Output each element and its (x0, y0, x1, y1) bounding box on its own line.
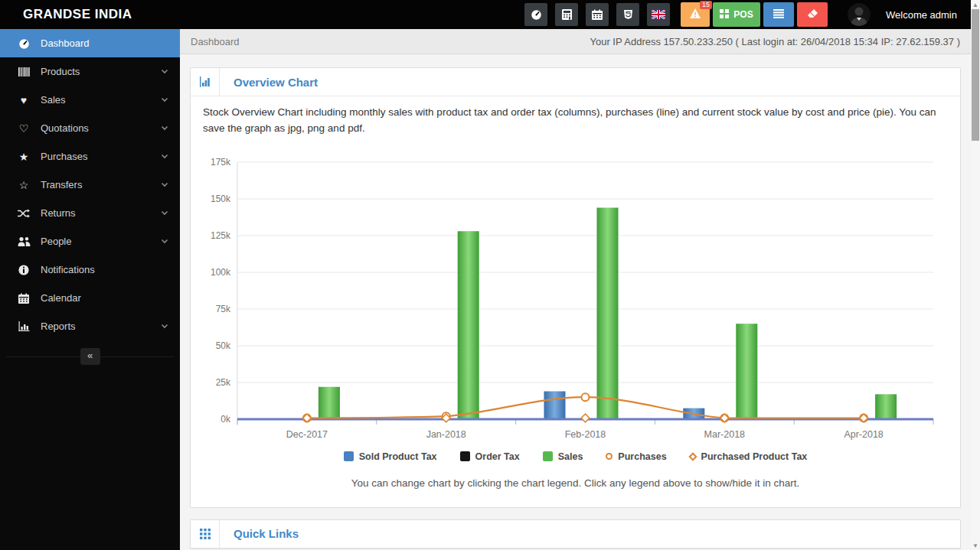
chevron-down-icon (161, 210, 168, 216)
calendar-icon (592, 9, 603, 20)
css3-icon (623, 9, 633, 20)
users-icon (17, 236, 31, 246)
legend-diamond-marker (688, 452, 697, 461)
chart-legend: Sold Product TaxOrder TaxSalesPurchasesP… (191, 451, 960, 462)
scroll-down-arrow[interactable]: ▼ (971, 541, 980, 550)
bar-sold-product-tax-Feb-2018[interactable] (544, 391, 566, 418)
sidebar-item-transfers[interactable]: ☆Transfers (0, 171, 180, 199)
svg-text:150k: 150k (211, 194, 231, 204)
chart-x-labels: Dec-2017Jan-2018Feb-2018Mar-2018Apr-2018 (286, 429, 884, 440)
sidebar-item-label: People (41, 236, 71, 247)
sidebar-item-purchases[interactable]: ★Purchases (0, 142, 180, 171)
sidebar-item-dashboard[interactable]: Dashboard (0, 29, 180, 57)
marker-circle-Feb-2018[interactable] (582, 393, 590, 401)
chevron-down-icon (161, 239, 168, 244)
sidebar-item-people[interactable]: People (0, 227, 180, 255)
sidebar-item-reports[interactable]: Reports (0, 312, 180, 340)
css3-button[interactable] (616, 3, 639, 26)
topbar-dark-buttons (524, 3, 670, 26)
legend-item-purchased-product-tax[interactable]: Purchased Product Tax (690, 451, 808, 462)
calendar-icon (17, 293, 31, 304)
sidebar-item-label: Returns (41, 207, 76, 219)
overview-chart-svg[interactable]: 0k25k50k75k100k125k150k175kDec-2017Jan-2… (191, 150, 960, 450)
uk-flag-button[interactable] (647, 3, 670, 26)
gauge-button[interactable] (524, 3, 547, 26)
overview-chart-panel: Overview Chart Stock Overview Chart incl… (190, 67, 961, 508)
legend-item-sold-product-tax[interactable]: Sold Product Tax (344, 451, 437, 462)
warning-icon (689, 8, 701, 22)
svg-text:25k: 25k (216, 377, 231, 388)
legend-label: Sold Product Tax (359, 451, 437, 462)
chevron-down-icon (161, 182, 168, 187)
chart-footer-note: You can change chart by clicking the cha… (191, 477, 960, 489)
sidebar-collapse-button[interactable]: « (80, 348, 100, 365)
bar-sales-Feb-2018[interactable] (597, 207, 619, 418)
window-scrollbar[interactable]: ▲ ▼ (971, 0, 980, 550)
legend-label: Purchases (618, 451, 666, 462)
legend-item-order-tax[interactable]: Order Tax (460, 451, 520, 462)
bar-chart-icon (17, 321, 31, 331)
topbar-buttons: 15 POS Welcome admin (524, 2, 971, 27)
overview-panel-header: Overview Chart (191, 68, 960, 96)
sidebar-item-notifications[interactable]: Notifications (0, 255, 180, 284)
topbar-colored-buttons: 15 POS (681, 2, 828, 27)
svg-text:50k: 50k (216, 340, 231, 351)
legend-circle-marker (606, 453, 612, 460)
svg-text:Dec-2017: Dec-2017 (286, 429, 328, 440)
svg-text:Jan-2018: Jan-2018 (426, 429, 466, 440)
sidebar-item-label: Sales (41, 94, 66, 106)
calculator-button[interactable] (555, 3, 578, 26)
grid-icon (191, 520, 220, 548)
calculator-icon (562, 9, 572, 20)
calendar-button[interactable] (586, 3, 609, 26)
star-icon: ★ (17, 151, 31, 162)
scroll-up-arrow[interactable]: ▲ (971, 0, 980, 9)
content-area: Overview Chart Stock Overview Chart incl… (180, 54, 971, 550)
person-icon (848, 3, 871, 26)
eraser-icon (807, 8, 818, 21)
pos-button[interactable]: POS (713, 2, 760, 27)
sidebar: DashboardProducts♥Sales♡Quotations★Purch… (0, 29, 180, 550)
chevron-down-icon (161, 69, 168, 74)
chevron-down-icon (161, 154, 168, 159)
sidebar-item-quotations[interactable]: ♡Quotations (0, 114, 180, 142)
alerts-button[interactable]: 15 (681, 2, 710, 27)
svg-text:Mar-2018: Mar-2018 (704, 429, 746, 440)
sidebar-item-label: Products (41, 66, 80, 77)
legend-swatch-sold-product-tax (344, 451, 354, 461)
sidebar-item-sales[interactable]: ♥Sales (0, 86, 180, 114)
star-o-icon: ☆ (17, 180, 31, 190)
sidebar-collapse-row: « (0, 348, 180, 365)
avatar[interactable] (848, 3, 871, 26)
legend-label: Sales (558, 451, 583, 462)
chart-y-labels: 0k25k50k75k100k125k150k175k (211, 157, 231, 425)
bar-sales-Mar-2018[interactable] (736, 324, 757, 419)
svg-text:175k: 175k (211, 157, 231, 168)
sidebar-item-label: Quotations (41, 122, 89, 134)
chevron-down-icon (161, 125, 168, 131)
barcode-icon (17, 67, 31, 76)
list-button[interactable] (763, 2, 794, 27)
legend-swatch-sales (543, 451, 553, 461)
legend-item-sales[interactable]: Sales (543, 451, 583, 462)
clear-cache-button[interactable] (797, 2, 828, 27)
chart-gridlines (237, 162, 933, 382)
breadcrumb-title: Dashboard (191, 36, 240, 47)
overview-panel-title: Overview Chart (220, 76, 318, 89)
scrollbar-thumb[interactable] (972, 9, 979, 141)
quick-links-header: Quick Links (191, 520, 960, 548)
overview-chart[interactable]: 0k25k50k75k100k125k150k175kDec-2017Jan-2… (191, 150, 960, 450)
bar-sales-Jan-2018[interactable] (458, 231, 479, 419)
pos-label: POS (733, 9, 753, 20)
bar-sales-Apr-2018[interactable] (875, 394, 897, 419)
svg-text:125k: 125k (211, 230, 231, 241)
sidebar-item-calendar[interactable]: Calendar (0, 284, 180, 312)
bar-sales-Dec-2017[interactable] (318, 387, 340, 419)
overview-description: Stock Overview Chart including monthly s… (191, 96, 960, 145)
marker-diamond-Feb-2018[interactable] (581, 414, 590, 422)
legend-item-purchases[interactable]: Purchases (606, 451, 666, 462)
sidebar-item-label: Dashboard (41, 37, 90, 49)
sidebar-item-returns[interactable]: Returns (0, 199, 180, 227)
sidebar-item-products[interactable]: Products (0, 57, 180, 86)
welcome-text: Welcome admin (886, 9, 957, 21)
